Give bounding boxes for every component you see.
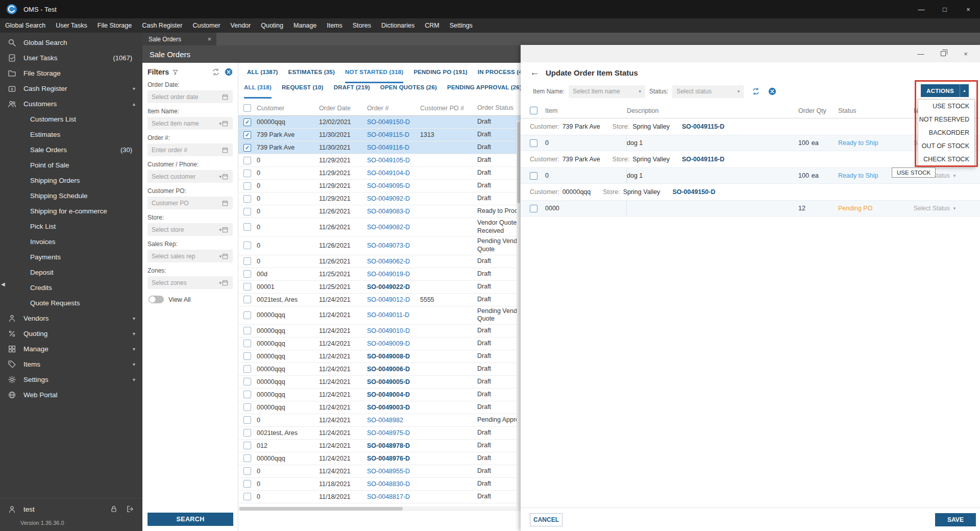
row-checkbox[interactable]	[243, 454, 251, 462]
close-icon[interactable]: ×	[207, 35, 211, 43]
order-link[interactable]: SO-0048982	[367, 417, 403, 424]
view-all-toggle[interactable]	[149, 296, 164, 303]
order-link[interactable]: SO-0049009-D	[367, 340, 410, 347]
sidebar-item[interactable]: Payments	[0, 249, 142, 264]
order-link[interactable]: SO-0049116-D	[367, 144, 409, 151]
dialog-minimize-button[interactable]: —	[910, 45, 932, 62]
filter-field-input[interactable]: Enter order # ▾	[148, 143, 233, 156]
column-header-customer-po[interactable]: Customer PO #	[420, 105, 477, 112]
row-checkbox[interactable]	[243, 208, 251, 215]
row-checkbox[interactable]	[243, 242, 251, 249]
sidebar-item[interactable]: Vendors ▾	[0, 310, 142, 326]
vertical-scrollbar[interactable]	[517, 120, 521, 506]
order-link[interactable]: SO-0049150-D	[367, 118, 410, 126]
order-row[interactable]: 00000qqq 11/24/2021 SO-0049006-D Draft	[238, 363, 545, 376]
filter-field-input[interactable]: Select store ▾	[148, 223, 233, 236]
row-checkbox[interactable]	[243, 467, 251, 475]
select-all-checkbox[interactable]	[243, 104, 251, 112]
row-checkbox[interactable]	[243, 223, 251, 231]
order-row[interactable]: 00000qqq 11/24/2021 SO-0049003-D Draft	[238, 401, 545, 414]
sidebar-item[interactable]: Shipping Schedule	[0, 188, 142, 203]
order-link[interactable]: SO-0048975-D	[367, 429, 410, 437]
order-item-row[interactable]: 0000 12 Pending PO Select Status▾	[521, 200, 980, 216]
sidebar-item[interactable]: Deposit	[0, 264, 142, 280]
order-link[interactable]: SO-0049150-D	[672, 188, 715, 196]
order-row[interactable]: 00000qqq 11/24/2021 SO-0049005-D Draft	[238, 376, 545, 389]
order-row[interactable]: 00000qqq 11/24/2021 SO-0049008-D Draft	[238, 350, 545, 363]
sub-status-tab[interactable]: ALL (318)	[244, 84, 272, 99]
order-row[interactable]: 00000qqq 12/02/2021 SO-0049150-D Draft	[238, 116, 545, 129]
order-row[interactable]: 00000qqq 11/24/2021 SO-0049004-D Draft	[238, 389, 545, 401]
chevron-up-icon[interactable]: ▴	[960, 84, 969, 97]
sidebar-item[interactable]: Settings ▾	[0, 372, 142, 387]
column-header-item[interactable]: Item	[545, 107, 627, 114]
logout-icon[interactable]	[126, 505, 134, 513]
menu-item[interactable]: Settings	[445, 18, 478, 33]
order-link[interactable]: SO-0049011-D	[367, 311, 409, 319]
order-row[interactable]: 00000qqq 11/24/2021 SO-0048976-D Draft	[238, 452, 545, 465]
order-link[interactable]: SO-0048830-D	[367, 480, 410, 488]
filter-field-input[interactable]: Select sales rep ▾	[148, 250, 233, 262]
order-row[interactable]: 00001 11/25/2021 SO-0049022-D Draft	[238, 281, 545, 294]
row-checkbox[interactable]	[243, 257, 251, 265]
status-tab[interactable]: NOT STARTED (318)	[345, 69, 403, 83]
order-link[interactable]: SO-0049082-D	[367, 224, 410, 231]
row-checkbox[interactable]	[243, 327, 251, 334]
row-checkbox[interactable]	[243, 182, 251, 190]
select-status-dropdown[interactable]: Select Status▾	[914, 205, 955, 212]
sidebar-item[interactable]: User Tasks (1067)	[0, 50, 142, 65]
order-row[interactable]: 0 11/26/2021 SO-0049083-D Ready to Proce…	[238, 205, 545, 218]
order-link[interactable]: SO-0049115-D	[367, 131, 409, 138]
order-row[interactable]: 00000qqq 11/24/2021 SO-0049011-D Pending…	[238, 306, 545, 325]
row-checkbox[interactable]	[243, 352, 251, 360]
order-link[interactable]: SO-0049008-D	[367, 353, 410, 360]
order-row[interactable]: 739 Park Ave 11/30/2021 SO-0049115-D 131…	[238, 129, 545, 141]
lock-icon[interactable]	[110, 505, 118, 513]
menu-item[interactable]: Manage	[288, 18, 322, 33]
column-header-status[interactable]: Status	[838, 107, 914, 114]
filter-field-input[interactable]: Select order date ▾	[148, 90, 233, 103]
row-checkbox[interactable]	[530, 205, 537, 212]
column-header-customer[interactable]: Customer	[257, 105, 319, 112]
order-link[interactable]: SO-0049116-D	[682, 156, 724, 163]
order-row[interactable]: 00d 11/25/2021 SO-0049019-D Draft	[238, 268, 545, 281]
sidebar-item[interactable]: Shipping for e-commerce	[0, 203, 142, 219]
menu-item[interactable]: Items	[322, 18, 348, 33]
order-row[interactable]: 0 11/29/2021 SO-0049092-D Draft	[238, 192, 545, 205]
dialog-restore-button[interactable]	[932, 45, 954, 62]
sidebar-item[interactable]: Shipping Orders	[0, 173, 142, 188]
row-checkbox[interactable]	[243, 403, 251, 411]
order-row[interactable]: 0 11/29/2021 SO-0049095-D Draft	[238, 180, 545, 192]
filter-field-input[interactable]: Select customer ▾	[148, 170, 233, 183]
item-name-select[interactable]: Select item name ▾	[569, 85, 645, 98]
menu-item[interactable]: Dictionaries	[376, 18, 420, 33]
window-maximize-button[interactable]: □	[933, 0, 957, 18]
row-checkbox[interactable]	[243, 157, 251, 164]
order-link[interactable]: SO-0048955-D	[367, 468, 410, 475]
clear-icon[interactable]	[768, 87, 776, 95]
refresh-filters-icon[interactable]	[212, 68, 220, 76]
status-tab[interactable]: PENDING PO (191)	[413, 69, 467, 83]
order-row[interactable]: 0 11/26/2021 SO-0049062-D Draft	[238, 255, 545, 268]
sidebar-item[interactable]: Customers ▴	[0, 96, 142, 111]
column-header-order-number[interactable]: Order #	[367, 105, 420, 112]
sidebar-item[interactable]: Point of Sale	[0, 157, 142, 173]
status-tab[interactable]: ALL (1387)	[247, 69, 278, 83]
sub-status-tab[interactable]: PENDING APPROVAL (26)	[447, 84, 522, 99]
save-button[interactable]: SAVE	[935, 513, 976, 526]
row-checkbox[interactable]	[243, 283, 251, 291]
row-checkbox[interactable]	[243, 442, 251, 449]
sub-status-tab[interactable]: DRAFT (219)	[334, 84, 370, 99]
status-tab[interactable]: IN PROCESS (48	[478, 69, 526, 83]
row-checkbox[interactable]	[243, 378, 251, 385]
menu-item[interactable]: Vendor	[226, 18, 256, 33]
row-checkbox[interactable]	[243, 493, 251, 500]
order-link[interactable]: SO-0049019-D	[367, 271, 410, 278]
sidebar-item[interactable]: File Storage	[0, 65, 142, 81]
row-checkbox[interactable]	[243, 118, 251, 126]
menu-item[interactable]: Cash Register	[137, 18, 187, 33]
sidebar-item[interactable]: Sale Orders (30)	[0, 142, 142, 157]
actions-menu-item[interactable]: USE STOCK	[918, 100, 974, 113]
sidebar-item[interactable]: Global Search	[0, 35, 142, 50]
sidebar-item[interactable]: Invoices	[0, 234, 142, 249]
